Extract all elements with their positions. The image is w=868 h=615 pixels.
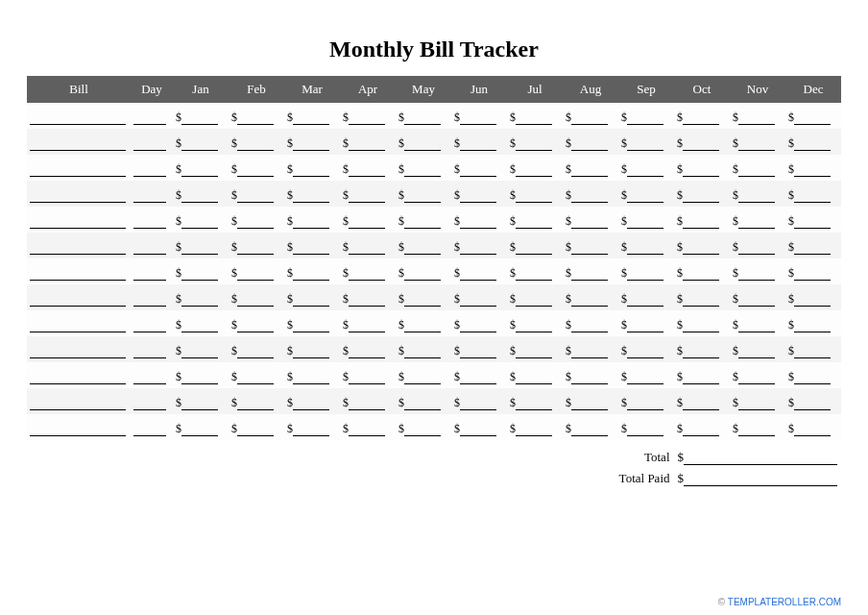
totals-section: Total $ Total Paid $ [27, 450, 841, 486]
amount-blank [404, 191, 441, 203]
amount-blank [181, 269, 218, 281]
amount-blank [349, 321, 385, 332]
amount-blank [237, 347, 274, 358]
amount-blank [516, 373, 552, 384]
amount-blank [627, 269, 663, 281]
day-blank [133, 139, 166, 151]
amount-blank [571, 243, 608, 255]
amount-blank [738, 139, 775, 151]
amount-blank [293, 373, 329, 384]
col-dec: Dec [785, 76, 841, 103]
day-blank [133, 243, 166, 255]
amount-blank [237, 243, 274, 255]
bill-name-blank [30, 295, 126, 307]
amount-blank [516, 191, 552, 203]
col-day: Day [131, 76, 173, 103]
bill-name-blank [30, 321, 126, 332]
amount-blank [404, 165, 441, 177]
col-jun: Jun [451, 76, 507, 103]
footer-site: TEMPLATEROLLER.COM [728, 597, 841, 607]
table-row: $$$$$$$$$$$$ [27, 388, 841, 414]
amount-blank [404, 295, 441, 307]
table-header-row: Bill Day Jan Feb Mar Apr May Jun Jul Aug… [27, 76, 841, 103]
amount-blank [349, 425, 385, 436]
amount-blank [349, 269, 385, 281]
amount-blank [237, 165, 274, 177]
amount-blank [293, 217, 329, 229]
amount-blank [571, 191, 608, 203]
amount-blank [794, 321, 831, 332]
copyright-symbol: © [718, 597, 725, 607]
total-label: Total [644, 450, 670, 465]
amount-blank [571, 139, 608, 151]
amount-blank [794, 165, 831, 177]
amount-blank [460, 243, 496, 255]
amount-blank [683, 191, 719, 203]
table-row: $$$$$$$$$$$$ [27, 155, 841, 181]
amount-blank [794, 295, 831, 307]
amount-blank [627, 295, 663, 307]
table-row: $$$$$$$$$$$$ [27, 207, 841, 233]
amount-blank [460, 139, 496, 151]
amount-blank [404, 217, 441, 229]
amount-blank [237, 295, 274, 307]
amount-blank [516, 243, 552, 255]
amount-blank [237, 399, 274, 410]
amount-blank [738, 113, 775, 125]
amount-blank [460, 321, 496, 332]
amount-blank [627, 191, 663, 203]
amount-blank [349, 217, 385, 229]
bill-name-blank [30, 139, 126, 151]
day-blank [133, 347, 166, 358]
bill-name-blank [30, 191, 126, 203]
amount-blank [571, 399, 608, 410]
amount-blank [794, 191, 831, 203]
amount-blank [181, 165, 218, 177]
col-oct: Oct [674, 76, 730, 103]
amount-blank [571, 347, 608, 358]
table-row: $$$$$$$$$$$$ [27, 284, 841, 310]
amount-blank [794, 269, 831, 281]
amount-blank [738, 295, 775, 307]
amount-blank [683, 217, 719, 229]
col-bill: Bill [27, 76, 131, 103]
amount-blank [293, 399, 329, 410]
day-blank [133, 113, 166, 125]
amount-blank [571, 321, 608, 332]
amount-blank [181, 295, 218, 307]
amount-blank [349, 243, 385, 255]
col-jan: Jan [173, 76, 229, 103]
total-paid-label: Total Paid [619, 471, 670, 486]
amount-blank [460, 217, 496, 229]
amount-blank [627, 373, 663, 384]
amount-blank [181, 425, 218, 436]
amount-blank [404, 373, 441, 384]
bill-name-blank [30, 113, 126, 125]
bill-name-blank [30, 269, 126, 281]
amount-blank [293, 243, 329, 255]
amount-blank [237, 113, 274, 125]
amount-blank [181, 347, 218, 358]
amount-blank [738, 269, 775, 281]
amount-blank [404, 347, 441, 358]
amount-blank [460, 373, 496, 384]
day-blank [133, 373, 166, 384]
amount-blank [181, 217, 218, 229]
amount-blank [293, 139, 329, 151]
day-blank [133, 217, 166, 229]
amount-blank [237, 425, 274, 436]
amount-blank [293, 191, 329, 203]
amount-blank [571, 425, 608, 436]
amount-blank [683, 165, 719, 177]
amount-blank [460, 191, 496, 203]
amount-blank [571, 113, 608, 125]
bill-tracker-table: Bill Day Jan Feb Mar Apr May Jun Jul Aug… [27, 76, 841, 440]
amount-blank [571, 165, 608, 177]
amount-blank [404, 113, 441, 125]
amount-blank [627, 321, 663, 332]
amount-blank [293, 347, 329, 358]
amount-blank [460, 425, 496, 436]
amount-blank [738, 373, 775, 384]
day-blank [133, 295, 166, 307]
total-paid-blank [684, 473, 837, 486]
